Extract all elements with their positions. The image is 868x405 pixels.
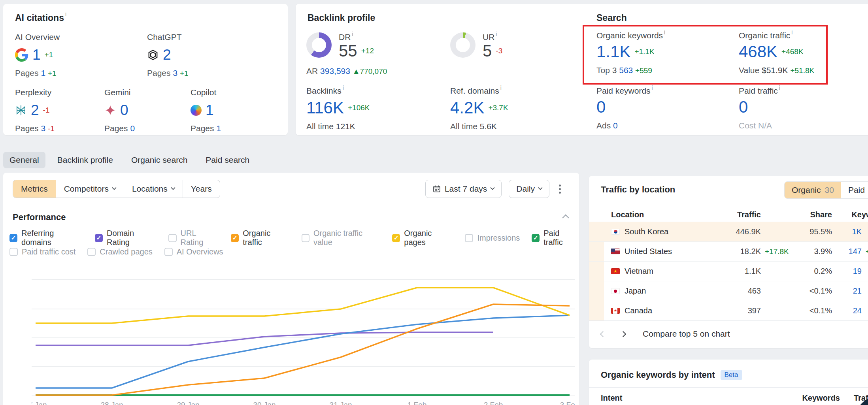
tab-backlink-profile[interactable]: Backlink profile	[51, 152, 119, 168]
chatgpt-label: ChatGPT	[147, 32, 189, 42]
toggle-paid[interactable]: Paid 0	[841, 182, 868, 198]
dr-block: DRi 55 +12	[306, 32, 374, 59]
metric-organic-pages[interactable]: ✓Organic pages	[392, 229, 453, 247]
ai-overview-delta: +1	[45, 51, 53, 59]
perplexity-block: Perplexity 2 -1 Pages 3 -1	[15, 88, 55, 133]
organic-keywords-block: Organic keywordsi 1.1K +1.1K Top 3 563 +…	[596, 31, 665, 75]
copilot-count[interactable]: 1	[206, 103, 214, 117]
info-icon[interactable]: i	[652, 85, 653, 91]
info-icon[interactable]: i	[791, 29, 793, 36]
ur-donut-gauge	[450, 32, 476, 58]
table-row[interactable]: South Korea 446.9K 95.5% 1K	[589, 222, 868, 241]
metric-paid-traffic-cost[interactable]: Paid traffic cost	[9, 247, 75, 256]
table-row[interactable]: ★Canada 397 <0.1% 24	[589, 301, 868, 320]
chatgpt-pages: Pages 3 +1	[147, 68, 189, 78]
copilot-pages: Pages 1	[191, 124, 221, 133]
chatgpt-count[interactable]: 2	[163, 47, 171, 62]
metric-toggle-row-1: ✓Referring domains ✓Domain Rating URL Ra…	[9, 229, 579, 247]
table-row[interactable]: Japan 463 <0.1% 21	[589, 281, 868, 301]
info-icon[interactable]: i	[352, 31, 353, 37]
metric-organic-traffic[interactable]: ✓Organic traffic	[231, 229, 289, 247]
metric-ai-overviews[interactable]: AI Overviews	[164, 247, 223, 256]
gemini-icon	[104, 104, 116, 116]
toggle-organic[interactable]: Organic 30	[785, 182, 841, 198]
x-tick-label: 27 Jan	[32, 401, 47, 405]
ur-label: UR	[483, 32, 494, 41]
metric-crawled-pages[interactable]: Crawled pages	[87, 247, 152, 256]
cost-row: Cost N/A	[739, 121, 780, 130]
col-location[interactable]: Location	[604, 210, 709, 219]
collapse-section-icon[interactable]	[562, 215, 569, 221]
organic-traffic-delta: +468K	[781, 47, 803, 56]
info-icon[interactable]: i	[343, 85, 344, 91]
tab-paid-search[interactable]: Paid search	[199, 152, 256, 168]
info-icon[interactable]: i	[664, 29, 665, 36]
ads-row: Ads 0	[596, 121, 653, 130]
ref-domains-value[interactable]: 4.2K	[450, 100, 484, 116]
compare-top5-link[interactable]: Compare top 5 on chart	[643, 329, 730, 339]
backlinks-block: Backlinksi 116K +106K All time 121K	[306, 86, 370, 131]
paid-traffic-value[interactable]: 0	[739, 99, 748, 115]
ref-domains-delta: +3.7K	[488, 104, 508, 112]
metric-referring-domains[interactable]: ✓Referring domains	[9, 229, 83, 247]
ur-value: 5	[483, 43, 492, 59]
calendar-icon	[433, 185, 441, 193]
metrics-button[interactable]: Metrics	[13, 180, 56, 198]
chatgpt-icon	[147, 49, 159, 61]
perplexity-count[interactable]: 2	[31, 103, 39, 117]
table-row[interactable]: United States 18.2K +17.8K 3.9% 147 +92	[589, 241, 868, 261]
ur-block: URi 5 -3	[450, 32, 502, 59]
info-icon[interactable]: i	[496, 31, 497, 37]
backlinks-value[interactable]: 116K	[306, 100, 344, 116]
col-keywords[interactable]: Keywords	[832, 210, 868, 219]
checkbox-icon: ✓	[95, 234, 103, 242]
locations-button[interactable]: Locations	[124, 180, 183, 198]
more-options-button[interactable]	[557, 182, 563, 196]
metric-organic-traffic-value[interactable]: Organic traffic value	[302, 229, 381, 247]
gemini-count[interactable]: 0	[120, 103, 128, 117]
info-icon[interactable]: i	[779, 85, 780, 91]
metric-paid-traffic[interactable]: ✓Paid traffic	[532, 229, 579, 247]
checkbox-icon: ✓	[532, 234, 540, 242]
metric-impressions[interactable]: Impressions	[465, 234, 520, 243]
performance-line-chart: 27 Jan28 Jan29 Jan30 Jan31 Jan1 Feb2 Feb…	[32, 256, 575, 405]
divider	[589, 320, 868, 321]
organic-traffic-block: Organic traffici 468K +468K Value $51.9K…	[739, 31, 814, 75]
google-g-icon	[15, 48, 28, 62]
view-segmented-control: Metrics Competitors Locations Years	[13, 180, 220, 198]
granularity-button[interactable]: Daily	[509, 180, 549, 198]
x-tick-label: 28 Jan	[100, 401, 123, 405]
metric-url-rating[interactable]: URL Rating	[168, 229, 219, 247]
tab-general[interactable]: General	[3, 152, 45, 168]
metric-domain-rating[interactable]: ✓Domain Rating	[95, 229, 157, 247]
dr-delta: +12	[361, 47, 374, 55]
chevron-down-icon	[491, 186, 495, 190]
united-states-flag-icon	[611, 249, 620, 254]
next-page-icon[interactable]	[620, 331, 626, 337]
col-share[interactable]: Share	[796, 210, 832, 219]
tab-organic-search[interactable]: Organic search	[125, 152, 194, 168]
date-range-button[interactable]: Last 7 days	[425, 180, 502, 198]
chevron-down-icon	[171, 186, 175, 190]
south-korea-flag-icon	[611, 229, 620, 235]
paid-keywords-value[interactable]: 0	[596, 99, 606, 115]
location-table-header: Location Traffic Share Keywords	[589, 207, 868, 222]
organic-traffic-value[interactable]: 468K	[739, 43, 777, 60]
keywords-by-intent-title: Organic keywords by intent	[601, 370, 715, 380]
competitors-button[interactable]: Competitors	[56, 180, 124, 198]
checkbox-icon	[164, 248, 173, 256]
traffic-by-location-panel: Traffic by location Organic 30 Paid 0 Lo…	[589, 176, 868, 348]
organic-keywords-value[interactable]: 1.1K	[596, 43, 630, 60]
previous-page-icon[interactable]	[600, 331, 606, 337]
x-tick-label: 29 Jan	[177, 401, 199, 405]
info-icon[interactable]: i	[65, 11, 66, 17]
copilot-label: Copilot	[191, 88, 221, 97]
col-traffic[interactable]: Traffic	[709, 210, 761, 219]
metric-toggle-row-2: Paid traffic cost Crawled pages AI Overv…	[9, 247, 223, 256]
years-button[interactable]: Years	[183, 180, 220, 198]
copilot-icon	[191, 105, 202, 116]
ai-overview-count[interactable]: 1	[32, 47, 41, 62]
table-row[interactable]: ★Vietnam 1.1K 0.2% 19	[589, 261, 868, 281]
vietnam-flag-icon: ★	[611, 268, 620, 274]
info-icon[interactable]: i	[500, 85, 502, 91]
